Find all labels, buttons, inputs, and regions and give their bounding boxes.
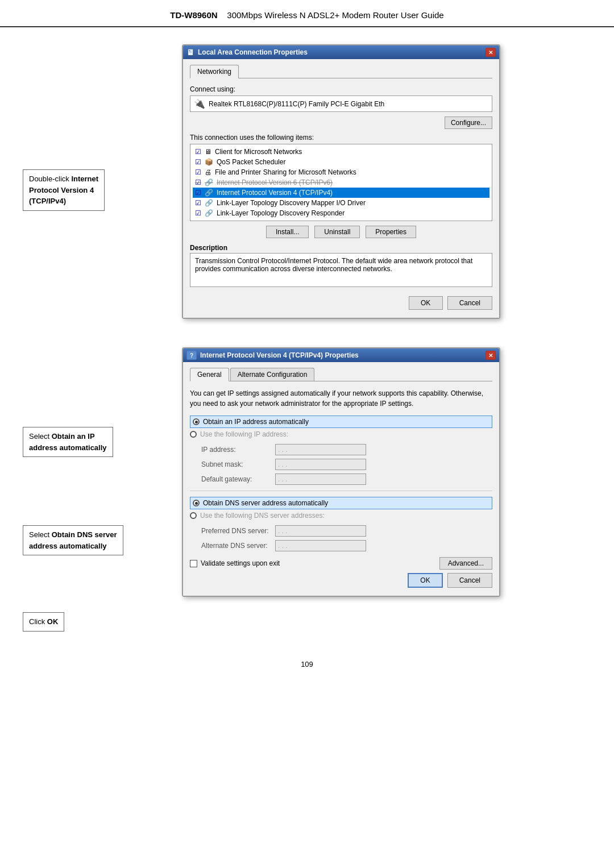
items-list[interactable]: ☑ 🖥 Client for Microsoft Networks ☑ 📦 Qo… <box>190 144 492 221</box>
section-divider <box>190 491 492 491</box>
guide-title: 300Mbps Wireless N ADSL2+ Modem Router U… <box>227 10 443 20</box>
subnet-mask-input: . . . <box>275 459 366 470</box>
callout-obtain-dns: Select Obtain DNS serveraddress automati… <box>23 525 176 555</box>
dialog1-cancel-button[interactable]: Cancel <box>447 296 492 310</box>
install-button[interactable]: Install... <box>266 226 309 238</box>
validate-row: Validate settings upon exit Advanced... <box>190 557 492 570</box>
dialog2-titlebar: ? Internet Protocol Version 4 (TCP/IPv4)… <box>183 348 499 362</box>
description-label: Description <box>190 244 492 252</box>
tab-general[interactable]: General <box>190 368 229 381</box>
dialog1-titlebar: 🖥 Local Area Connection Properties ✕ <box>183 45 499 59</box>
page-number: 109 <box>23 660 591 668</box>
model-name: TD-W8960N <box>170 10 217 20</box>
radio-manual-dns-circle <box>190 512 197 519</box>
adapter-icon: 🔌 <box>194 98 205 109</box>
checkbox-checked: ☑ <box>195 209 201 217</box>
checkbox-checked: ☑ <box>195 148 201 156</box>
item-icon-5: 🔗 <box>205 189 213 197</box>
gateway-input: . . . <box>275 474 366 485</box>
list-item: ☑ 🔗 Internet Protocol Version 6 (TCP/IPv… <box>193 177 489 188</box>
connect-using-label: Connect using: <box>190 85 492 93</box>
checkbox-checked: ☑ <box>195 158 201 166</box>
radio-manual-ip[interactable]: Use the following IP address: <box>190 430 492 438</box>
ip-address-input: . . . <box>275 444 366 455</box>
close-button[interactable]: ✕ <box>486 48 496 57</box>
titlebar-buttons: ✕ <box>486 48 496 57</box>
validate-label: Validate settings upon exit <box>201 559 280 567</box>
alternate-dns-input: . . . <box>275 540 366 551</box>
section-2: Select Obtain an IPaddress automatically… <box>23 347 591 632</box>
dialog1-container: 🖥 Local Area Connection Properties ✕ <box>182 44 591 319</box>
configure-button[interactable]: Configure... <box>445 117 492 129</box>
item-label-2: QoS Packet Scheduler <box>217 158 285 166</box>
dialog1-ok-button[interactable]: OK <box>409 296 443 310</box>
dialog1-tabs: Networking <box>190 65 492 78</box>
item-icon-3: 🖨 <box>205 168 211 176</box>
checkbox-checked: ☑ <box>195 199 201 207</box>
tab-networking[interactable]: Networking <box>190 65 239 78</box>
radio-auto-ip-circle <box>193 418 200 425</box>
radio-auto-dns[interactable]: Obtain DNS server address automatically <box>190 497 492 509</box>
alternate-dns-row: Alternate DNS server: . . . <box>190 540 492 551</box>
dialog2-body: General Alternate Configuration You can … <box>183 362 499 596</box>
dialog2-ok-button[interactable]: OK <box>408 573 442 588</box>
section-2-inner: Select Obtain an IPaddress automatically… <box>23 347 591 632</box>
checkbox-checked: ☑ <box>195 168 201 176</box>
callout-click-ok: Click OK <box>23 612 176 632</box>
callout-click-ok-text: Click OK <box>29 617 58 626</box>
page-header: TD-W8960N 300Mbps Wireless N ADSL2+ Mode… <box>0 0 614 27</box>
dialog1-title-text: Local Area Connection Properties <box>198 48 308 56</box>
uninstall-button[interactable]: Uninstall <box>314 226 360 238</box>
description-text: Transmission Control Protocol/Internet P… <box>195 257 472 273</box>
section-1-inner: Double-click InternetProtocol Version 4(… <box>23 44 591 319</box>
callout-obtain-dns-box: Select Obtain DNS serveraddress automati… <box>23 525 123 555</box>
callout-obtain-ip-text: Select Obtain an IPaddress automatically <box>29 432 107 452</box>
callout-obtain-ip: Select Obtain an IPaddress automatically <box>23 427 176 457</box>
radio-manual-ip-label: Use the following IP address: <box>200 430 288 438</box>
dialog2-close-button[interactable]: ✕ <box>486 351 496 360</box>
dialog1: 🖥 Local Area Connection Properties ✕ <box>182 44 500 319</box>
adapter-name: Realtek RTL8168C(P)/8111C(P) Family PCI-… <box>209 100 488 108</box>
callout-1-text: Double-click InternetProtocol Version 4(… <box>29 175 98 205</box>
radio-auto-ip-label: Obtain an IP address automatically <box>203 418 309 426</box>
callout-box-1: Double-click InternetProtocol Version 4(… <box>23 169 105 211</box>
dialog2: ? Internet Protocol Version 4 (TCP/IPv4)… <box>182 347 500 597</box>
ip-address-row: IP address: . . . <box>190 444 492 455</box>
item-label-3: File and Printer Sharing for Microsoft N… <box>215 168 356 176</box>
dialog1-ok-cancel: OK Cancel <box>190 293 492 312</box>
checkbox-checked: ☑ <box>195 189 201 197</box>
preferred-dns-input: . . . <box>275 525 366 537</box>
radio-auto-ip[interactable]: Obtain an IP address automatically <box>190 416 492 428</box>
list-item: ☑ 🖨 File and Printer Sharing for Microso… <box>193 167 489 177</box>
advanced-button[interactable]: Advanced... <box>439 557 492 570</box>
ip-address-label: IP address: <box>201 446 275 454</box>
tcpip-info-text: You can get IP settings assigned automat… <box>190 388 492 409</box>
callout-obtain-dns-text: Select Obtain DNS serveraddress automati… <box>29 530 117 550</box>
titlebar-icon: 🖥 <box>186 48 194 57</box>
radio-manual-dns[interactable]: Use the following DNS server addresses: <box>190 512 492 520</box>
dialog2-container: ? Internet Protocol Version 4 (TCP/IPv4)… <box>182 347 591 632</box>
dialog1-body: Networking Connect using: 🔌 Realtek RTL8… <box>183 59 499 318</box>
item-icon-2: 📦 <box>205 158 213 166</box>
gateway-row: Default gateway: . . . <box>190 474 492 485</box>
dialog2-cancel-button[interactable]: Cancel <box>447 573 492 588</box>
item-label-4: Internet Protocol Version 6 (TCP/IPv6) <box>217 178 333 186</box>
tab-alternate-config[interactable]: Alternate Configuration <box>230 368 315 381</box>
item-icon-1: 🖥 <box>205 148 211 156</box>
action-buttons: Install... Uninstall Properties <box>190 226 492 238</box>
left-callouts: Select Obtain an IPaddress automatically… <box>23 347 182 632</box>
item-label-6: Link-Layer Topology Discovery Mapper I/O… <box>217 199 366 207</box>
item-icon-7: 🔗 <box>205 209 213 217</box>
item-icon-4: 🔗 <box>205 178 213 186</box>
callout-left-1: Double-click InternetProtocol Version 4(… <box>23 44 182 211</box>
main-content: Double-click InternetProtocol Version 4(… <box>0 44 614 668</box>
ip-radio-section: Obtain an IP address automatically Use t… <box>190 416 492 438</box>
dialog2-ok-cancel: OK Cancel <box>190 570 492 590</box>
preferred-dns-row: Preferred DNS server: . . . <box>190 525 492 537</box>
radio-auto-dns-circle <box>193 500 200 506</box>
validate-checkbox[interactable] <box>190 560 197 567</box>
properties-button[interactable]: Properties <box>366 226 416 238</box>
radio-auto-dns-label: Obtain DNS server address automatically <box>203 499 328 507</box>
list-item-highlighted[interactable]: ☑ 🔗 Internet Protocol Version 4 (TCP/IPv… <box>193 188 489 198</box>
help-button[interactable]: ? <box>186 351 197 360</box>
